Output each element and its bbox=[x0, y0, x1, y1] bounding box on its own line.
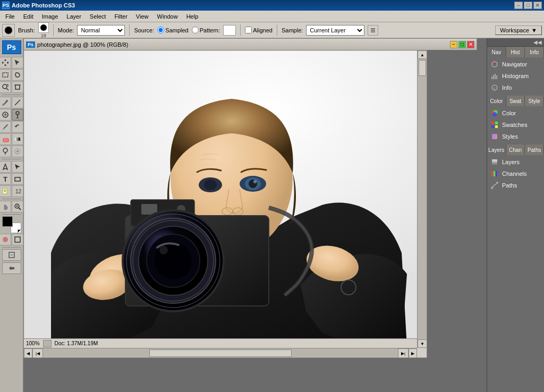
hand-tool[interactable] bbox=[0, 201, 11, 212]
menu-layer[interactable]: Layer bbox=[62, 11, 86, 22]
scroll-left-btn[interactable]: ◀ bbox=[24, 348, 32, 358]
doc-title-bar[interactable]: Ps photographer.jpg @ 100% (RGB/8) − □ ✕ bbox=[23, 38, 477, 50]
image-ready-btn[interactable] bbox=[2, 249, 21, 261]
paths-item[interactable]: Paths bbox=[487, 180, 544, 191]
styles-item[interactable]: Styles bbox=[487, 131, 544, 142]
path-select-tool[interactable] bbox=[12, 161, 23, 173]
menu-image[interactable]: Image bbox=[38, 11, 63, 22]
scroll-thumb-v[interactable] bbox=[419, 60, 426, 76]
menu-help[interactable]: Help bbox=[182, 11, 203, 22]
tab-color[interactable]: Color bbox=[487, 96, 506, 106]
swatches-label: Swatches bbox=[502, 122, 528, 128]
foreground-color[interactable] bbox=[2, 216, 13, 227]
svg-rect-74 bbox=[496, 75, 497, 79]
shape-tool[interactable] bbox=[12, 173, 23, 185]
scroll-track-h[interactable] bbox=[43, 348, 398, 357]
tab-histogram[interactable]: Hist bbox=[506, 47, 525, 57]
sample-select[interactable]: Current Layer All Layers bbox=[306, 25, 364, 36]
close-button[interactable]: ✕ bbox=[533, 2, 542, 9]
aligned-checkbox[interactable]: Aligned bbox=[245, 27, 273, 33]
title-bar: PS Adobe Photoshop CS3 − □ ✕ bbox=[0, 0, 544, 11]
swatches-icon bbox=[490, 121, 499, 129]
swatches-item[interactable]: Swatches bbox=[487, 119, 544, 131]
sampled-radio[interactable]: Sampled bbox=[157, 27, 188, 33]
quick-mask-btn[interactable] bbox=[0, 234, 11, 245]
menu-file[interactable]: File bbox=[1, 11, 19, 22]
scroll-down-btn[interactable]: ▼ bbox=[418, 339, 427, 348]
navigator-item[interactable]: Navigator bbox=[487, 58, 544, 70]
maximize-button[interactable]: □ bbox=[524, 2, 532, 9]
brush-preview[interactable] bbox=[38, 22, 49, 33]
tool-preset-picker[interactable] bbox=[2, 24, 15, 37]
canvas-image[interactable] bbox=[24, 51, 426, 347]
blur-tool[interactable] bbox=[12, 146, 23, 157]
panel-collapse-bar[interactable]: ◀◀ bbox=[487, 38, 544, 47]
pattern-radio[interactable]: Pattern: bbox=[192, 27, 220, 33]
mode-select[interactable]: Normal Multiply Screen bbox=[77, 25, 125, 36]
rect-select-tool[interactable] bbox=[0, 69, 11, 81]
eraser-tool[interactable] bbox=[0, 133, 11, 145]
histogram-item[interactable]: Histogram bbox=[487, 70, 544, 82]
tab-channels[interactable]: Chan bbox=[506, 144, 525, 155]
brush-tool[interactable] bbox=[0, 121, 11, 133]
jump-to-imageready-btn[interactable] bbox=[2, 262, 21, 274]
doc-minimize-btn[interactable]: − bbox=[450, 41, 457, 48]
history-brush-tool[interactable] bbox=[12, 121, 23, 133]
zoom-menu-btn[interactable] bbox=[43, 340, 52, 347]
scroll-up-btn[interactable]: ▲ bbox=[418, 50, 427, 59]
left-toolbar: Ps bbox=[0, 38, 23, 392]
canvas-content[interactable]: ▲ ▼ ◀ |◀ ▶| ▶ bbox=[23, 50, 427, 358]
heal-tool[interactable] bbox=[0, 109, 11, 121]
tab-swatches[interactable]: Swat bbox=[506, 96, 525, 106]
sample-options-btn[interactable] bbox=[368, 25, 378, 36]
color-item[interactable]: Color bbox=[487, 107, 544, 119]
dodge-tool[interactable] bbox=[0, 146, 11, 157]
tab-navigator[interactable]: Nav bbox=[487, 47, 506, 57]
menu-edit[interactable]: Edit bbox=[19, 11, 38, 22]
pen-tool[interactable] bbox=[0, 161, 11, 173]
screen-mode-btn[interactable] bbox=[12, 234, 23, 245]
menu-window[interactable]: Window bbox=[153, 11, 182, 22]
quick-select-tool[interactable] bbox=[0, 81, 11, 93]
scroll-thumb-h[interactable] bbox=[149, 350, 291, 357]
select-tool[interactable] bbox=[12, 57, 23, 69]
jump-end-btn[interactable]: ▶| bbox=[398, 348, 409, 358]
info-item[interactable]: i Info bbox=[487, 82, 544, 93]
color-swatches[interactable] bbox=[2, 216, 21, 233]
pattern-preview[interactable] bbox=[223, 25, 236, 36]
gradient-tool[interactable] bbox=[12, 133, 23, 145]
count-tool[interactable]: 12 bbox=[12, 185, 23, 197]
panel-collapse-icon[interactable]: ◀◀ bbox=[533, 39, 542, 45]
crop-tool[interactable] bbox=[12, 81, 23, 93]
menu-view[interactable]: View bbox=[132, 11, 153, 22]
tab-layers[interactable]: Layers bbox=[487, 144, 506, 155]
notes-tool[interactable] bbox=[0, 185, 11, 197]
default-colors-icon[interactable] bbox=[18, 229, 21, 233]
canvas-vscroll[interactable]: ▲ ▼ bbox=[417, 50, 427, 348]
menu-select[interactable]: Select bbox=[86, 11, 110, 22]
scroll-track-v[interactable] bbox=[418, 59, 427, 339]
tab-styles[interactable]: Style bbox=[525, 96, 544, 106]
zoom-tool[interactable] bbox=[12, 201, 23, 212]
layers-item[interactable]: Layers bbox=[487, 156, 544, 168]
tab-info[interactable]: Info bbox=[525, 47, 544, 57]
canvas-hscroll[interactable]: ◀ |◀ ▶| ▶ bbox=[24, 348, 417, 357]
eyedropper-tool[interactable] bbox=[0, 97, 11, 108]
type-tool[interactable]: T bbox=[0, 173, 11, 185]
menu-filter[interactable]: Filter bbox=[110, 11, 131, 22]
svg-point-0 bbox=[5, 27, 12, 34]
doc-close-btn[interactable]: ✕ bbox=[467, 41, 474, 48]
scroll-right-btn[interactable]: ▶ bbox=[409, 348, 417, 358]
channels-item[interactable]: Channels bbox=[487, 168, 544, 180]
color-tabs: Color Swat Style bbox=[487, 96, 544, 106]
minimize-button[interactable]: − bbox=[514, 2, 523, 9]
clone-stamp-tool[interactable] bbox=[12, 109, 23, 121]
toolbar-sep-3 bbox=[2, 199, 21, 199]
move-tool[interactable] bbox=[0, 57, 11, 69]
jump-start-btn[interactable]: |◀ bbox=[32, 348, 43, 358]
doc-maximize-btn[interactable]: □ bbox=[458, 41, 466, 48]
tab-paths[interactable]: Paths bbox=[525, 144, 544, 155]
lasso-tool[interactable] bbox=[12, 69, 23, 81]
workspace-button[interactable]: Workspace ▼ bbox=[495, 25, 542, 35]
ruler-tool[interactable] bbox=[12, 97, 23, 108]
